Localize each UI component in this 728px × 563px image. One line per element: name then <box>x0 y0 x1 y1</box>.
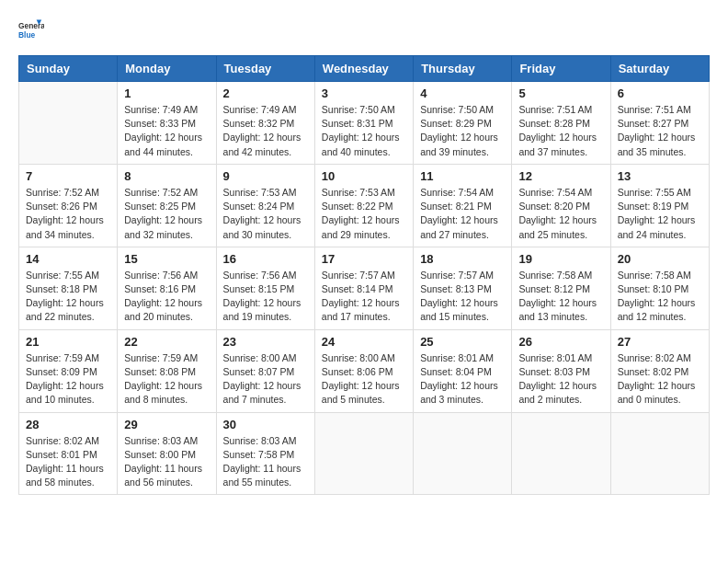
day-cell: 12Sunrise: 7:54 AM Sunset: 8:20 PM Dayli… <box>512 164 610 247</box>
day-info: Sunrise: 7:49 AM Sunset: 8:33 PM Dayligh… <box>124 103 209 159</box>
day-number: 14 <box>26 252 110 266</box>
weekday-header-row: SundayMondayTuesdayWednesdayThursdayFrid… <box>19 56 710 82</box>
day-info: Sunrise: 7:49 AM Sunset: 8:32 PM Dayligh… <box>223 103 308 159</box>
day-cell: 30Sunrise: 8:03 AM Sunset: 7:58 PM Dayli… <box>216 412 314 495</box>
svg-text:General: General <box>18 21 44 30</box>
day-cell <box>610 412 709 495</box>
day-cell: 18Sunrise: 7:57 AM Sunset: 8:13 PM Dayli… <box>414 247 512 329</box>
day-number: 9 <box>223 169 308 183</box>
day-cell: 15Sunrise: 7:56 AM Sunset: 8:16 PM Dayli… <box>118 247 216 329</box>
day-number: 19 <box>518 252 603 266</box>
day-cell: 6Sunrise: 7:51 AM Sunset: 8:27 PM Daylig… <box>610 82 709 165</box>
day-cell: 16Sunrise: 7:56 AM Sunset: 8:15 PM Dayli… <box>216 247 314 329</box>
day-info: Sunrise: 7:51 AM Sunset: 8:28 PM Dayligh… <box>518 103 603 159</box>
day-info: Sunrise: 8:02 AM Sunset: 8:02 PM Dayligh… <box>618 351 702 408</box>
day-info: Sunrise: 7:58 AM Sunset: 8:10 PM Dayligh… <box>618 269 702 325</box>
day-cell: 19Sunrise: 7:58 AM Sunset: 8:12 PM Dayli… <box>512 247 610 329</box>
day-info: Sunrise: 8:02 AM Sunset: 8:01 PM Dayligh… <box>26 434 110 490</box>
day-info: Sunrise: 7:55 AM Sunset: 8:18 PM Dayligh… <box>26 269 110 325</box>
day-cell: 8Sunrise: 7:52 AM Sunset: 8:25 PM Daylig… <box>118 164 216 247</box>
day-number: 15 <box>124 252 209 266</box>
day-info: Sunrise: 7:50 AM Sunset: 8:29 PM Dayligh… <box>420 103 505 159</box>
day-cell: 5Sunrise: 7:51 AM Sunset: 8:28 PM Daylig… <box>512 82 610 165</box>
day-info: Sunrise: 7:55 AM Sunset: 8:19 PM Dayligh… <box>618 186 702 242</box>
day-number: 7 <box>26 169 110 183</box>
day-number: 17 <box>322 252 406 266</box>
day-cell: 14Sunrise: 7:55 AM Sunset: 8:18 PM Dayli… <box>19 247 118 329</box>
day-cell: 22Sunrise: 7:59 AM Sunset: 8:08 PM Dayli… <box>118 329 216 412</box>
logo: General Blue <box>18 18 44 44</box>
header: General Blue <box>18 18 710 44</box>
day-number: 18 <box>420 252 505 266</box>
day-number: 2 <box>223 86 308 100</box>
day-cell: 21Sunrise: 7:59 AM Sunset: 8:09 PM Dayli… <box>19 329 118 412</box>
day-number: 3 <box>322 86 406 100</box>
day-number: 5 <box>518 86 603 100</box>
weekday-header-sunday: Sunday <box>19 56 118 82</box>
day-cell: 29Sunrise: 8:03 AM Sunset: 8:00 PM Dayli… <box>118 412 216 495</box>
day-number: 20 <box>618 252 702 266</box>
day-number: 11 <box>420 169 505 183</box>
day-cell: 23Sunrise: 8:00 AM Sunset: 8:07 PM Dayli… <box>216 329 314 412</box>
day-info: Sunrise: 8:00 AM Sunset: 8:07 PM Dayligh… <box>223 351 308 408</box>
day-number: 10 <box>322 169 406 183</box>
day-info: Sunrise: 7:56 AM Sunset: 8:16 PM Dayligh… <box>124 269 209 325</box>
day-number: 16 <box>223 252 308 266</box>
day-info: Sunrise: 8:01 AM Sunset: 8:03 PM Dayligh… <box>518 351 603 408</box>
day-cell <box>19 82 118 165</box>
week-row-4: 21Sunrise: 7:59 AM Sunset: 8:09 PM Dayli… <box>19 329 710 412</box>
day-info: Sunrise: 7:53 AM Sunset: 8:24 PM Dayligh… <box>223 186 308 242</box>
day-cell: 27Sunrise: 8:02 AM Sunset: 8:02 PM Dayli… <box>610 329 709 412</box>
day-number: 29 <box>124 418 209 431</box>
day-info: Sunrise: 7:54 AM Sunset: 8:21 PM Dayligh… <box>420 186 505 242</box>
day-cell: 24Sunrise: 8:00 AM Sunset: 8:06 PM Dayli… <box>314 329 413 412</box>
day-number: 24 <box>322 335 406 349</box>
day-number: 21 <box>26 335 110 349</box>
day-info: Sunrise: 7:57 AM Sunset: 8:14 PM Dayligh… <box>322 269 406 325</box>
week-row-5: 28Sunrise: 8:02 AM Sunset: 8:01 PM Dayli… <box>19 412 710 495</box>
day-cell: 26Sunrise: 8:01 AM Sunset: 8:03 PM Dayli… <box>512 329 610 412</box>
day-cell: 28Sunrise: 8:02 AM Sunset: 8:01 PM Dayli… <box>19 412 118 495</box>
day-info: Sunrise: 7:59 AM Sunset: 8:09 PM Dayligh… <box>26 351 110 408</box>
day-number: 23 <box>223 335 308 349</box>
day-info: Sunrise: 7:52 AM Sunset: 8:25 PM Dayligh… <box>124 186 209 242</box>
day-number: 8 <box>124 169 209 183</box>
day-cell: 2Sunrise: 7:49 AM Sunset: 8:32 PM Daylig… <box>216 82 314 165</box>
day-number: 6 <box>618 86 702 100</box>
day-number: 1 <box>124 86 209 100</box>
day-number: 28 <box>26 418 110 431</box>
day-number: 27 <box>618 335 702 349</box>
day-number: 26 <box>518 335 603 349</box>
day-number: 25 <box>420 335 505 349</box>
day-cell: 17Sunrise: 7:57 AM Sunset: 8:14 PM Dayli… <box>314 247 413 329</box>
day-number: 30 <box>223 418 308 431</box>
day-cell: 1Sunrise: 7:49 AM Sunset: 8:33 PM Daylig… <box>118 82 216 165</box>
week-row-3: 14Sunrise: 7:55 AM Sunset: 8:18 PM Dayli… <box>19 247 710 329</box>
svg-text:Blue: Blue <box>18 30 35 40</box>
day-cell <box>512 412 610 495</box>
day-info: Sunrise: 8:00 AM Sunset: 8:06 PM Dayligh… <box>322 351 406 408</box>
day-cell <box>414 412 512 495</box>
day-number: 22 <box>124 335 209 349</box>
week-row-1: 1Sunrise: 7:49 AM Sunset: 8:33 PM Daylig… <box>19 82 710 165</box>
day-info: Sunrise: 7:50 AM Sunset: 8:31 PM Dayligh… <box>322 103 406 159</box>
day-number: 13 <box>618 169 702 183</box>
day-info: Sunrise: 7:59 AM Sunset: 8:08 PM Dayligh… <box>124 351 209 408</box>
day-number: 4 <box>420 86 505 100</box>
day-cell: 9Sunrise: 7:53 AM Sunset: 8:24 PM Daylig… <box>216 164 314 247</box>
weekday-header-tuesday: Tuesday <box>216 56 314 82</box>
day-info: Sunrise: 8:03 AM Sunset: 8:00 PM Dayligh… <box>124 434 209 490</box>
day-number: 12 <box>518 169 603 183</box>
day-info: Sunrise: 7:53 AM Sunset: 8:22 PM Dayligh… <box>322 186 406 242</box>
weekday-header-wednesday: Wednesday <box>314 56 413 82</box>
day-cell: 11Sunrise: 7:54 AM Sunset: 8:21 PM Dayli… <box>414 164 512 247</box>
day-cell: 10Sunrise: 7:53 AM Sunset: 8:22 PM Dayli… <box>314 164 413 247</box>
week-row-2: 7Sunrise: 7:52 AM Sunset: 8:26 PM Daylig… <box>19 164 710 247</box>
day-info: Sunrise: 7:56 AM Sunset: 8:15 PM Dayligh… <box>223 269 308 325</box>
day-info: Sunrise: 7:57 AM Sunset: 8:13 PM Dayligh… <box>420 269 505 325</box>
weekday-header-friday: Friday <box>512 56 610 82</box>
calendar: SundayMondayTuesdayWednesdayThursdayFrid… <box>18 55 710 495</box>
day-info: Sunrise: 8:01 AM Sunset: 8:04 PM Dayligh… <box>420 351 505 408</box>
day-cell: 7Sunrise: 7:52 AM Sunset: 8:26 PM Daylig… <box>19 164 118 247</box>
day-cell: 20Sunrise: 7:58 AM Sunset: 8:10 PM Dayli… <box>610 247 709 329</box>
